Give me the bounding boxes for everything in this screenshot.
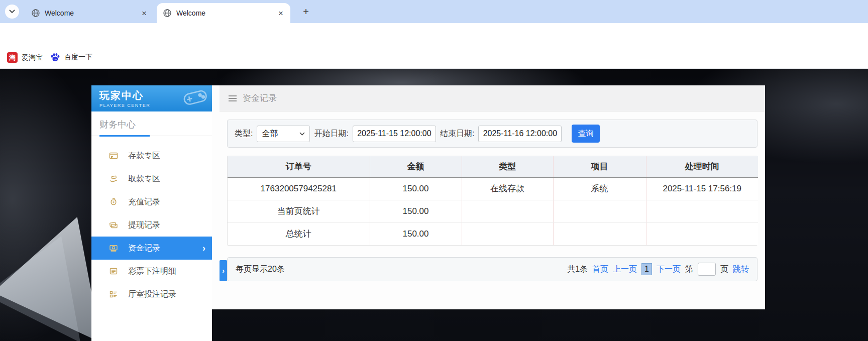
sidebar-item-hall-bet-records[interactable]: 厅室投注记录 — [91, 283, 212, 306]
globe-favicon-icon — [163, 9, 172, 18]
search-button[interactable]: 查询 — [572, 125, 600, 143]
checklist-icon — [108, 289, 119, 299]
start-date-label: 开始日期: — [314, 129, 348, 139]
taobao-icon: 淘 — [7, 52, 18, 63]
current-page[interactable]: 1 — [641, 263, 652, 275]
sidebar-item-withdrawal-records[interactable]: 提现记录 — [91, 213, 212, 237]
svg-text:du: du — [54, 58, 57, 61]
sidebar-item-label: 厅室投注记录 — [128, 289, 176, 300]
col-order-id: 订单号 — [228, 156, 370, 177]
table-row: 1763200579425281 150.00 在线存款 系统 2025-11-… — [228, 177, 758, 200]
bookmark-label: 爱淘宝 — [22, 53, 43, 62]
cell-empty — [462, 200, 553, 222]
sidebar-item-label: 存款专区 — [128, 151, 160, 161]
jump-label-pre: 第 — [685, 264, 693, 275]
hamburger-icon[interactable] — [229, 95, 237, 101]
sidebar-menu: 存款专区 取款专区 ¥ 充值记录 提现记录 资金记录 › 彩票下注 — [91, 136, 212, 306]
cell-empty — [646, 200, 758, 222]
pagination-bar: 每页显示20条 共1条 首页 上一页 1 下一页 第 页 跳转 — [227, 257, 757, 281]
cell-amount: 150.00 — [370, 222, 462, 245]
type-select[interactable]: 全部 — [257, 126, 310, 142]
chevron-right-icon: › — [202, 243, 205, 254]
svg-text:¥: ¥ — [113, 200, 115, 204]
cell-order-id: 1763200579425281 — [228, 177, 370, 200]
cell-empty — [646, 222, 758, 245]
cell-empty — [553, 222, 646, 245]
col-type: 类型 — [462, 156, 553, 177]
funds-table: 订单号 金额 类型 项目 处理时间 1763200579425281 150.0… — [228, 156, 758, 245]
hand-money-icon — [108, 174, 119, 184]
start-date-input[interactable] — [353, 126, 436, 142]
type-label: 类型: — [235, 129, 253, 139]
table-row-grand-total: 总统计 150.00 — [228, 222, 758, 245]
sidebar-item-label: 充值记录 — [128, 197, 160, 207]
sidebar-header: 玩家中心 PLAYERS CENTER — [91, 85, 212, 111]
end-date-input[interactable] — [478, 126, 562, 142]
browser-window: Welcome × Welcome × + ← → ⟳ ⌂ js13.cc/hh… — [0, 0, 868, 341]
list-card-icon — [108, 266, 119, 276]
bookmark-baidu[interactable]: du 百度一下 — [50, 52, 92, 62]
sidebar-item-label: 资金记录 — [128, 243, 160, 254]
filter-bar: 类型: 全部 开始日期: 结束日期: 查询 — [227, 120, 757, 148]
prev-page-link[interactable]: 上一页 — [613, 264, 637, 275]
cards-icon — [108, 220, 119, 230]
col-project: 项目 — [553, 156, 646, 177]
col-amount: 金额 — [370, 156, 462, 177]
cell-type: 在线存款 — [462, 177, 553, 200]
sidebar-item-label: 彩票下注明细 — [128, 266, 176, 277]
sidebar-item-withdraw-zone[interactable]: 取款专区 — [91, 167, 212, 190]
end-date-label: 结束日期: — [440, 129, 474, 139]
jump-link[interactable]: 跳转 — [733, 264, 749, 275]
content-title-bar: 资金记录 — [220, 85, 765, 111]
baidu-paw-icon: du — [50, 52, 60, 62]
deposit-card-icon — [108, 151, 119, 161]
finance-center-heading: 财务中心 — [91, 111, 212, 136]
type-select-value: 全部 — [262, 129, 278, 139]
bookmarks-bar: 淘 爱淘宝 du 百度一下 — [0, 48, 868, 69]
tab-close-icon[interactable]: × — [141, 9, 148, 18]
sidebar-item-label: 取款专区 — [128, 174, 160, 184]
sidebar-item-lottery-bet-details[interactable]: 彩票下注明细 — [91, 260, 212, 283]
total-count: 共1条 — [567, 264, 588, 275]
sidebar: 玩家中心 PLAYERS CENTER 财务中心 存款专区 取款专区 ¥ 充值记… — [91, 85, 212, 341]
tab-title: Welcome — [176, 9, 273, 17]
funds-table-container: 订单号 金额 类型 项目 处理时间 1763200579425281 150.0… — [227, 156, 757, 246]
sidebar-item-label: 提现记录 — [128, 220, 160, 231]
tab-search-button[interactable] — [5, 5, 19, 19]
cell-empty — [553, 200, 646, 222]
browser-toolbar: ← → ⟳ ⌂ js13.cc/hhcp/usercenter.html?ini… — [0, 23, 868, 48]
chevron-down-icon — [299, 132, 305, 136]
bookmark-label: 百度一下 — [64, 53, 92, 62]
cell-amount: 150.00 — [370, 200, 462, 222]
jump-label-post: 页 — [720, 264, 728, 275]
page-title: 资金记录 — [243, 92, 277, 104]
new-tab-button[interactable]: + — [299, 5, 312, 18]
globe-favicon-icon — [31, 9, 40, 18]
page-jump-input[interactable] — [698, 263, 716, 276]
page-size-label: 每页显示20条 — [236, 264, 285, 275]
cell-empty — [462, 222, 553, 245]
table-header-row: 订单号 金额 类型 项目 处理时间 — [228, 156, 758, 177]
sidebar-item-funds-records[interactable]: 资金记录 › — [91, 237, 212, 260]
tab-title: Welcome — [45, 9, 136, 17]
cell-project: 系统 — [553, 177, 646, 200]
table-row-page-total: 当前页统计 150.00 — [228, 200, 758, 222]
cell-label: 当前页统计 — [228, 200, 370, 222]
first-page-link[interactable]: 首页 — [592, 264, 608, 275]
tab-close-icon[interactable]: × — [277, 9, 284, 18]
sidebar-item-recharge-records[interactable]: ¥ 充值记录 — [91, 190, 212, 213]
cell-amount: 150.00 — [370, 177, 462, 200]
cell-label: 总统计 — [228, 222, 370, 245]
cell-process-time: 2025-11-15 17:56:19 — [646, 177, 758, 200]
tab-welcome-1[interactable]: Welcome × — [25, 3, 154, 23]
tab-welcome-2[interactable]: Welcome × — [157, 3, 290, 23]
col-process-time: 处理时间 — [646, 156, 758, 177]
sidebar-collapse-handle[interactable]: › — [220, 260, 227, 281]
bookmark-taobao[interactable]: 淘 爱淘宝 — [7, 52, 43, 63]
money-bag-icon: ¥ — [108, 197, 119, 207]
next-page-link[interactable]: 下一页 — [657, 264, 681, 275]
tab-strip: Welcome × Welcome × + — [0, 0, 868, 23]
chevron-down-icon — [9, 10, 15, 14]
pager-controls: 共1条 首页 上一页 1 下一页 第 页 跳转 — [567, 263, 749, 276]
sidebar-item-deposit-zone[interactable]: 存款专区 — [91, 144, 212, 167]
